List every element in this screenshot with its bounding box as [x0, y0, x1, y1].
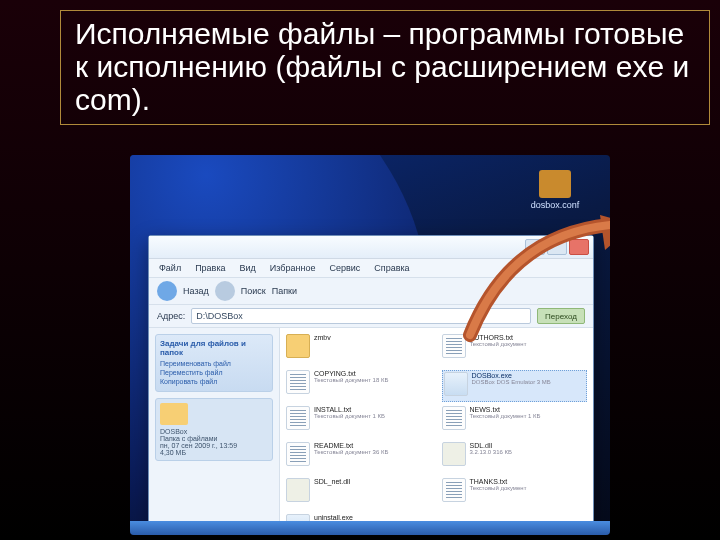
tasks-header: Задачи для файлов и папок [160, 339, 268, 357]
file-list-pane[interactable]: zmbvAUTHORS.txtТекстовый документCOPYING… [280, 328, 593, 530]
txt-icon [442, 406, 466, 430]
details-date: пн, 07 сен 2009 г., 13:59 [160, 442, 268, 449]
folder-icon [286, 334, 310, 358]
menu-tools[interactable]: Сервис [329, 263, 360, 273]
details-size: 4,30 МБ [160, 449, 268, 456]
address-label: Адрес: [157, 311, 185, 321]
file-name: NEWS.txt [470, 406, 541, 413]
desktop-shortcut[interactable]: dosbox.conf [530, 170, 580, 210]
file-item[interactable]: THANKS.txtТекстовый документ [442, 478, 588, 510]
go-button[interactable]: Переход [537, 308, 585, 324]
address-input[interactable]: D:\DOSBox [191, 308, 531, 324]
file-item[interactable]: COPYING.txtТекстовый документ 18 КБ [286, 370, 432, 402]
file-desc: DOSBox DOS Emulator 3 МБ [472, 379, 551, 385]
go-label: Переход [545, 312, 577, 321]
file-desc: Текстовый документ 1 КБ [314, 413, 385, 419]
task-move[interactable]: Переместить файл [160, 369, 268, 376]
window-controls [525, 239, 589, 255]
taskbar[interactable] [130, 521, 610, 535]
dll-icon [286, 478, 310, 502]
menu-edit[interactable]: Правка [195, 263, 225, 273]
file-item[interactable]: INSTALL.txtТекстовый документ 1 КБ [286, 406, 432, 438]
txt-icon [286, 442, 310, 466]
file-text: README.txtТекстовый документ 36 КБ [314, 442, 388, 455]
file-icon [539, 170, 571, 198]
file-desc: Текстовый документ [470, 485, 527, 491]
maximize-button[interactable] [547, 239, 567, 255]
task-copy[interactable]: Копировать файл [160, 378, 268, 385]
file-text: THANKS.txtТекстовый документ [470, 478, 527, 491]
txt-icon [442, 478, 466, 502]
file-text: COPYING.txtТекстовый документ 18 КБ [314, 370, 388, 383]
details-type: Папка с файлами [160, 435, 268, 442]
back-button[interactable] [157, 281, 177, 301]
window-body: Задачи для файлов и папок Переименовать … [149, 328, 593, 530]
file-desc: 3.2.13.0 316 КБ [470, 449, 512, 455]
file-item[interactable]: NEWS.txtТекстовый документ 1 КБ [442, 406, 588, 438]
forward-button[interactable] [215, 281, 235, 301]
file-item[interactable]: zmbv [286, 334, 432, 366]
file-name: DOSBox.exe [472, 372, 551, 379]
screenshot-region: dosbox.conf Файл Правка Вид Избранное Се… [130, 155, 610, 535]
file-text: NEWS.txtТекстовый документ 1 КБ [470, 406, 541, 419]
menu-view[interactable]: Вид [240, 263, 256, 273]
file-tasks-box: Задачи для файлов и папок Переименовать … [155, 334, 273, 392]
file-desc: Текстовый документ [470, 341, 527, 347]
file-item[interactable]: SDL.dll3.2.13.0 316 КБ [442, 442, 588, 474]
file-text: INSTALL.txtТекстовый документ 1 КБ [314, 406, 385, 419]
title-box: Исполняемые файлы – программы готовые к … [60, 10, 710, 125]
slide-title: Исполняемые файлы – программы готовые к … [75, 17, 695, 116]
file-text: SDL_net.dll [314, 478, 350, 485]
file-name: README.txt [314, 442, 388, 449]
file-text: AUTHORS.txtТекстовый документ [470, 334, 527, 347]
menu-bar: Файл Правка Вид Избранное Сервис Справка [149, 259, 593, 278]
file-text: DOSBox.exeDOSBox DOS Emulator 3 МБ [472, 372, 551, 385]
search-label[interactable]: Поиск [241, 286, 266, 296]
details-name: DOSBox [160, 428, 268, 435]
file-desc: Текстовый документ 1 КБ [470, 413, 541, 419]
file-name: COPYING.txt [314, 370, 388, 377]
explorer-window: Файл Правка Вид Избранное Сервис Справка… [148, 235, 594, 527]
file-text: zmbv [314, 334, 331, 341]
file-item[interactable]: README.txtТекстовый документ 36 КБ [286, 442, 432, 474]
txt-icon [286, 370, 310, 394]
file-name: zmbv [314, 334, 331, 341]
menu-favorites[interactable]: Избранное [270, 263, 316, 273]
exe-icon [444, 372, 468, 396]
toolbar: Назад Поиск Папки [149, 278, 593, 305]
menu-file[interactable]: Файл [159, 263, 181, 273]
tasks-pane: Задачи для файлов и папок Переименовать … [149, 328, 280, 530]
task-rename[interactable]: Переименовать файл [160, 360, 268, 367]
address-path: D:\DOSBox [196, 311, 243, 321]
file-name: uninstall.exe [314, 514, 378, 521]
menu-help[interactable]: Справка [374, 263, 409, 273]
file-name: SDL_net.dll [314, 478, 350, 485]
file-name: INSTALL.txt [314, 406, 385, 413]
txt-icon [442, 334, 466, 358]
file-item[interactable]: SDL_net.dll [286, 478, 432, 510]
address-bar: Адрес: D:\DOSBox Переход [149, 305, 593, 328]
close-button[interactable] [569, 239, 589, 255]
slide: Исполняемые файлы – программы готовые к … [0, 0, 720, 540]
desktop-shortcut-label: dosbox.conf [530, 200, 580, 210]
file-text: SDL.dll3.2.13.0 316 КБ [470, 442, 512, 455]
details-box: DOSBox Папка с файлами пн, 07 сен 2009 г… [155, 398, 273, 461]
folders-label[interactable]: Папки [272, 286, 297, 296]
file-desc: Текстовый документ 18 КБ [314, 377, 388, 383]
folder-icon [160, 403, 188, 425]
file-item[interactable]: DOSBox.exeDOSBox DOS Emulator 3 МБ [442, 370, 588, 402]
file-name: THANKS.txt [470, 478, 527, 485]
file-name: SDL.dll [470, 442, 512, 449]
minimize-button[interactable] [525, 239, 545, 255]
file-name: AUTHORS.txt [470, 334, 527, 341]
txt-icon [286, 406, 310, 430]
file-item[interactable]: AUTHORS.txtТекстовый документ [442, 334, 588, 366]
file-desc: Текстовый документ 36 КБ [314, 449, 388, 455]
dll-icon [442, 442, 466, 466]
back-label: Назад [183, 286, 209, 296]
window-titlebar[interactable] [149, 236, 593, 259]
